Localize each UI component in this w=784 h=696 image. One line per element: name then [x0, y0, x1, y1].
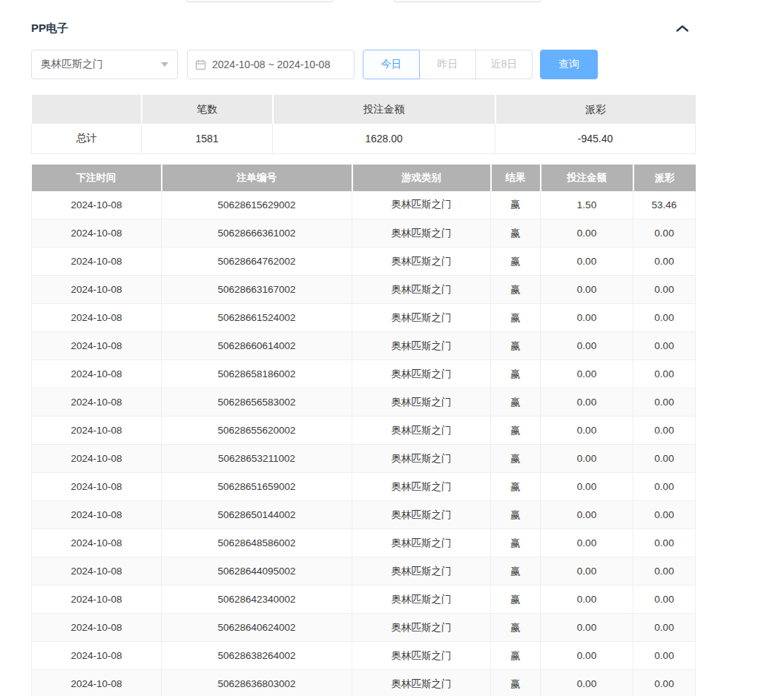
quick-button-yesterday[interactable]: 昨日	[419, 50, 476, 79]
cell-result: 赢	[491, 276, 541, 304]
cell-bet-amount: 0.00	[541, 501, 633, 529]
cell-bet-time: 2024-10-08	[32, 642, 162, 670]
cell-ticket-number: 50628651659002	[162, 473, 352, 501]
cell-ticket-number: 50628660614002	[162, 332, 352, 360]
cell-game-type: 奥林匹斯之门	[352, 557, 491, 586]
cell-result: 赢	[491, 473, 541, 501]
query-button[interactable]: 查询	[540, 50, 598, 79]
table-row: 2024-10-08 50628640624002 奥林匹斯之门 赢 0.00 …	[32, 614, 696, 642]
cell-ticket-number: 50628615629002	[162, 191, 352, 219]
cell-ticket-number: 50628644095002	[162, 557, 352, 586]
cell-result: 赢	[491, 670, 541, 696]
header-bet-amount: 投注金额	[541, 165, 633, 191]
quick-button-today[interactable]: 今日	[363, 50, 420, 79]
cell-bet-time: 2024-10-08	[32, 388, 162, 417]
collapse-button[interactable]	[676, 24, 695, 33]
date-range-input[interactable]: 2024-10-08 ~ 2024-10-08	[187, 50, 355, 79]
cell-bet-amount: 0.00	[541, 360, 633, 388]
header-ticket-number: 注单编号	[162, 165, 352, 191]
cell-bet-time: 2024-10-08	[32, 614, 162, 642]
cell-result: 赢	[491, 614, 541, 642]
cell-game-type: 奥林匹斯之门	[352, 473, 491, 501]
table-row: 2024-10-08 50628661524002 奥林匹斯之门 赢 0.00 …	[32, 304, 696, 332]
pp-electronic-section: PP电子 奥林匹斯之门	[31, 0, 695, 696]
summary-header-count: 笔数	[142, 95, 273, 124]
cell-result: 赢	[491, 557, 541, 586]
cell-payout: 0.00	[633, 304, 696, 332]
cell-result: 赢	[491, 445, 541, 473]
header-game-type: 游戏类别	[352, 165, 491, 191]
summary-total-label: 总计	[32, 124, 142, 153]
cell-result: 赢	[491, 248, 541, 276]
cell-ticket-number: 50628638264002	[162, 642, 352, 670]
cell-bet-amount: 0.00	[541, 304, 633, 332]
cell-payout: 0.00	[633, 248, 696, 276]
cell-game-type: 奥林匹斯之门	[352, 388, 491, 417]
cell-payout: 53.46	[633, 191, 696, 219]
cell-result: 赢	[491, 360, 541, 388]
quick-range-button-group: 今日 昨日 近8日	[363, 50, 533, 79]
cell-bet-time: 2024-10-08	[32, 219, 162, 248]
table-row: 2024-10-08 50628666361002 奥林匹斯之门 赢 0.00 …	[32, 219, 696, 248]
cell-bet-amount: 0.00	[541, 529, 633, 557]
table-row: 2024-10-08 50628653211002 奥林匹斯之门 赢 0.00 …	[32, 445, 696, 473]
cell-ticket-number: 50628648586002	[162, 529, 352, 557]
cell-game-type: 奥林匹斯之门	[352, 360, 491, 388]
bet-table-body: 2024-10-08 50628615629002 奥林匹斯之门 赢 1.50 …	[32, 191, 696, 696]
quick-button-last-8-days[interactable]: 近8日	[475, 50, 533, 79]
cell-bet-time: 2024-10-08	[32, 501, 162, 529]
cell-payout: 0.00	[633, 360, 696, 388]
table-row: 2024-10-08 50628642340002 奥林匹斯之门 赢 0.00 …	[32, 586, 696, 614]
cell-payout: 0.00	[633, 614, 696, 642]
cell-bet-amount: 0.00	[541, 417, 633, 445]
summary-header-payout: 派彩	[495, 95, 696, 124]
table-row: 2024-10-08 50628648586002 奥林匹斯之门 赢 0.00 …	[32, 529, 696, 557]
chevron-up-icon	[676, 24, 689, 33]
cell-ticket-number: 50628636803002	[162, 670, 352, 696]
cell-payout: 0.00	[633, 332, 696, 360]
cell-ticket-number: 50628661524002	[162, 304, 352, 332]
cell-bet-time: 2024-10-08	[32, 191, 162, 219]
cell-ticket-number: 50628650144002	[162, 501, 352, 529]
cell-game-type: 奥林匹斯之门	[352, 501, 491, 529]
cell-ticket-number: 50628642340002	[162, 586, 352, 614]
cell-game-type: 奥林匹斯之门	[352, 417, 491, 445]
cell-bet-amount: 0.00	[541, 586, 633, 614]
table-row: 2024-10-08 50628650144002 奥林匹斯之门 赢 0.00 …	[32, 501, 696, 529]
cell-game-type: 奥林匹斯之门	[352, 529, 491, 557]
cell-bet-time: 2024-10-08	[32, 586, 162, 614]
cell-result: 赢	[491, 417, 541, 445]
cell-bet-amount: 0.00	[541, 670, 633, 696]
cell-ticket-number: 50628666361002	[162, 219, 352, 248]
cell-game-type: 奥林匹斯之门	[352, 670, 491, 696]
summary-total-row: 总计 1581 1628.00 -945.40	[32, 124, 696, 153]
table-row: 2024-10-08 50628615629002 奥林匹斯之门 赢 1.50 …	[32, 191, 696, 219]
cell-bet-time: 2024-10-08	[32, 276, 162, 304]
cell-bet-time: 2024-10-08	[32, 248, 162, 276]
cell-payout: 0.00	[633, 219, 696, 248]
table-row: 2024-10-08 50628655620002 奥林匹斯之门 赢 0.00 …	[32, 417, 696, 445]
cell-result: 赢	[491, 219, 541, 248]
cell-ticket-number: 50628656583002	[162, 388, 352, 417]
cell-game-type: 奥林匹斯之门	[352, 642, 491, 670]
cell-ticket-number: 50628663167002	[162, 276, 352, 304]
cell-bet-amount: 0.00	[541, 614, 633, 642]
cell-bet-amount: 0.00	[541, 248, 633, 276]
cell-result: 赢	[491, 332, 541, 360]
bet-records-table: 下注时间 注单编号 游戏类别 结果 投注金额 派彩 2024-10-08 506…	[31, 165, 696, 696]
filter-row: 奥林匹斯之门 2024-10-08 ~ 2024-10-08 今日 昨日	[31, 50, 695, 79]
summary-table: 笔数 投注金额 派彩 总计 1581 1628.00 -945.40	[31, 95, 696, 154]
table-row: 2024-10-08 50628638264002 奥林匹斯之门 赢 0.00 …	[32, 642, 696, 670]
cell-ticket-number: 50628664762002	[162, 248, 352, 276]
table-row: 2024-10-08 50628644095002 奥林匹斯之门 赢 0.00 …	[32, 557, 696, 586]
header-bet-time: 下注时间	[32, 165, 162, 191]
summary-total-bet: 1628.00	[273, 124, 495, 153]
date-range-value: 2024-10-08 ~ 2024-10-08	[212, 59, 330, 70]
summary-total-payout: -945.40	[495, 124, 696, 153]
cell-result: 赢	[491, 191, 541, 219]
cell-ticket-number: 50628655620002	[162, 417, 352, 445]
cell-bet-time: 2024-10-08	[32, 557, 162, 586]
game-select[interactable]: 奥林匹斯之门	[31, 50, 178, 79]
cell-bet-time: 2024-10-08	[32, 417, 162, 445]
cell-payout: 0.00	[633, 586, 696, 614]
